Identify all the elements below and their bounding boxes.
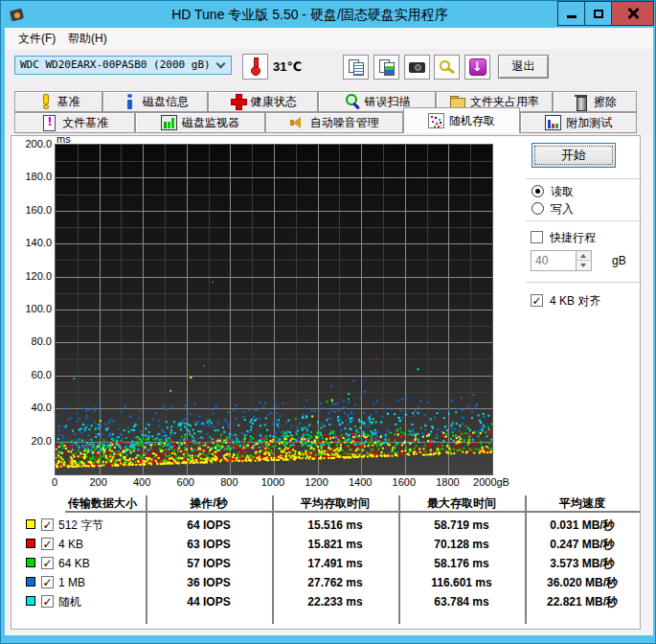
table-cell-max: 58.176 ms	[398, 557, 525, 570]
tab-磁盘监视器[interactable]: 磁盘监视器	[135, 112, 265, 133]
file-benchmark-icon	[41, 115, 57, 130]
close-icon	[627, 8, 639, 19]
tab-label: 随机存取	[449, 113, 495, 129]
exit-button[interactable]: 退出	[498, 55, 549, 79]
start-button[interactable]: 开始	[532, 143, 616, 168]
y-axis-tick: 80.0	[17, 335, 52, 348]
thermometer-icon	[247, 57, 264, 77]
series-label: 1 MB	[58, 576, 85, 589]
y-axis-tick: 40.0	[17, 402, 52, 414]
random-access-icon	[428, 113, 444, 128]
series-checkbox[interactable]	[41, 557, 54, 569]
tab-row-1: 基准磁盘信息健康状态错误扫描文件夹占用率擦除	[14, 91, 637, 112]
table-cell-speed: 0.031 MB/秒	[525, 518, 640, 532]
maximize-icon	[594, 10, 603, 18]
legend-color-swatch	[26, 596, 35, 606]
y-axis-tick: 100.0	[17, 303, 52, 315]
table-cell-max: 116.601 ms	[398, 576, 525, 589]
maximize-button[interactable]	[584, 1, 612, 26]
menu-help[interactable]: 帮助(H)	[60, 28, 115, 49]
options-button[interactable]	[434, 55, 460, 80]
minimize-button[interactable]	[557, 1, 585, 26]
series-label: 64 KB	[58, 557, 90, 570]
separator	[526, 220, 643, 221]
minimize-icon	[567, 15, 577, 18]
tab-随机存取[interactable]: 随机存取	[403, 107, 521, 133]
camera-icon	[409, 58, 426, 76]
table-cell-max: 58.719 ms	[398, 518, 525, 532]
series-checkbox[interactable]	[41, 538, 54, 550]
erase-icon	[573, 94, 589, 109]
drive-select[interactable]: WDC WD20EARX-00PASB0 (2000 gB)	[14, 56, 232, 75]
window-title: HD Tune 专业版 5.50 - 硬盘/固态硬盘实用程序	[58, 1, 561, 28]
tab-附加测试[interactable]: 附加测试	[520, 112, 637, 133]
tab-label: 擦除	[594, 94, 617, 110]
window-controls	[558, 1, 654, 26]
series-checkbox[interactable]	[41, 518, 54, 531]
table-header-underline	[65, 511, 640, 513]
access-time-scatter-chart	[55, 144, 493, 475]
chevron-down-icon	[216, 59, 226, 69]
table-cell-speed: 0.247 MB/秒	[525, 538, 640, 551]
align-4kb-label: 4 KB 对齐	[550, 294, 600, 308]
tab-擦除[interactable]: 擦除	[553, 91, 637, 112]
table-cell-iops: 57 IOPS	[146, 557, 272, 570]
separator	[526, 178, 643, 179]
spinner-up-icon[interactable]	[577, 251, 591, 261]
titlebar: HD Tune 专业版 5.50 - 硬盘/固态硬盘实用程序	[1, 1, 656, 28]
table-cell-max: 63.784 ms	[398, 595, 525, 609]
tab-label: 文件基准	[62, 115, 108, 131]
y-axis-tick: 60.0	[17, 369, 52, 381]
tab-label: 磁盘监视器	[182, 115, 239, 131]
copy-text-icon	[348, 58, 365, 76]
temperature-button[interactable]	[242, 54, 268, 80]
series-checkbox[interactable]	[41, 576, 54, 588]
series-label: 512 字节	[58, 518, 103, 532]
series-checkbox[interactable]	[41, 595, 54, 608]
table-cell-avg: 27.762 ms	[272, 576, 398, 589]
spinner-down-icon[interactable]	[577, 261, 591, 270]
close-button[interactable]	[611, 1, 654, 26]
monitor-icon	[161, 115, 177, 130]
read-radio[interactable]	[532, 185, 544, 197]
y-axis-tick: 120.0	[17, 270, 52, 283]
tab-label: 附加测试	[566, 115, 612, 131]
legend-color-swatch	[26, 539, 35, 548]
tab-row-2: 文件基准磁盘监视器自动噪音管理随机存取附加测试	[14, 112, 637, 133]
tab-label: 磁盘信息	[143, 94, 189, 110]
app-window: HD Tune 专业版 5.50 - 硬盘/固态硬盘实用程序 文件(F) 帮助(…	[0, 0, 656, 644]
series-label: 随机	[58, 595, 81, 609]
legend-color-swatch	[26, 558, 35, 567]
table-cell-avg: 17.491 ms	[272, 557, 398, 570]
health-icon	[230, 94, 246, 109]
y-axis-tick: 140.0	[17, 237, 52, 249]
table-cell-iops: 44 IOPS	[146, 595, 272, 609]
table-header: 平均存取时间	[272, 496, 398, 510]
y-axis-tick: 160.0	[17, 204, 52, 217]
copy-image-button[interactable]	[373, 55, 399, 80]
write-radio[interactable]	[532, 202, 544, 215]
menu-file[interactable]: 文件(F)	[11, 28, 63, 49]
camera-button[interactable]	[404, 55, 430, 80]
save-button[interactable]	[464, 55, 490, 80]
copy-text-button[interactable]	[343, 55, 369, 80]
tab-磁盘信息[interactable]: 磁盘信息	[102, 91, 209, 112]
tab-基准[interactable]: 基准	[14, 91, 102, 112]
short-stroke-checkbox[interactable]	[531, 231, 543, 243]
legend-color-swatch	[26, 519, 35, 529]
tab-文件基准[interactable]: 文件基准	[14, 112, 135, 133]
tab-健康状态[interactable]: 健康状态	[208, 91, 317, 112]
benchmark-icon	[36, 94, 53, 109]
tab-label: 基准	[57, 94, 80, 110]
main-panel: ms 20.040.060.080.0100.0120.0140.0160.01…	[11, 135, 641, 630]
tab-自动噪音管理[interactable]: 自动噪音管理	[265, 112, 403, 133]
capacity-spinner[interactable]: 40	[531, 250, 592, 271]
spinner-buttons	[576, 251, 591, 270]
table-cell-speed: 3.573 MB/秒	[525, 557, 640, 570]
align-4kb-checkbox[interactable]	[531, 294, 543, 307]
save-icon	[469, 58, 486, 76]
options-icon	[439, 58, 456, 76]
extra-tests-icon	[545, 115, 561, 130]
read-label: 读取	[551, 185, 574, 198]
table-cell-speed: 22.821 MB/秒	[525, 595, 640, 609]
